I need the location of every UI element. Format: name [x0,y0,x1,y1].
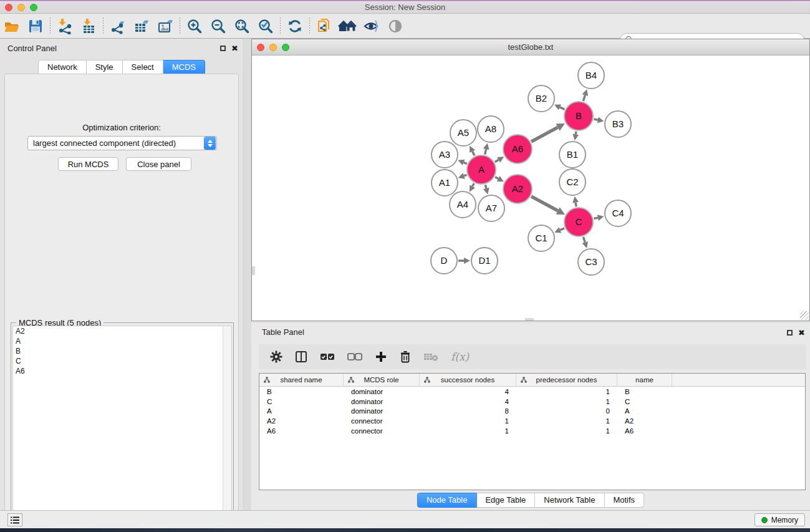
tab-motifs[interactable]: Motifs [604,493,644,508]
save-session-button[interactable] [24,16,47,37]
graph-node-B[interactable]: B [564,102,593,130]
network-minimize-button[interactable] [269,44,277,51]
zoom-selected-button[interactable] [254,16,277,37]
graph-node-A[interactable]: A [467,155,496,184]
edge-A-A4[interactable] [473,183,475,186]
close-panel-icon[interactable]: ✖ [798,329,805,337]
edge-A-A3[interactable] [464,162,467,163]
table-row[interactable]: Cdominator41C [259,397,805,407]
graph-node-A3[interactable]: A3 [432,142,458,168]
hide-panels-button[interactable] [360,16,383,37]
graph-node-C1[interactable]: C1 [528,225,554,251]
result-item[interactable]: B [13,346,231,356]
add-column-button[interactable] [375,351,387,363]
graph-node-B1[interactable]: B1 [559,142,586,168]
node-table[interactable]: shared nameMCDS rolesuccessor nodesprede… [259,373,806,490]
table-settings-button[interactable] [270,351,282,363]
table-row[interactable]: Adominator80A [259,407,805,417]
export-table-button[interactable] [130,16,153,37]
edge-A2-C[interactable] [531,196,558,211]
edge-A-A2[interactable] [495,177,498,179]
graph-node-A8[interactable]: A8 [478,116,504,142]
export-network-button[interactable] [106,16,130,37]
network-window-titlebar[interactable]: testGlobe.txt [252,39,809,56]
edge-A-A5[interactable] [473,152,475,156]
deselect-all-button[interactable] [347,352,362,361]
edge-C-C1[interactable] [560,228,564,230]
graph-node-C3[interactable]: C3 [578,249,604,275]
graph-node-D[interactable]: D [431,248,457,274]
toggle-columns-button[interactable] [295,351,307,363]
open-session-button[interactable] [0,16,24,37]
network-maximize-button[interactable] [282,44,289,51]
graph-node-D1[interactable]: D1 [471,248,498,274]
edge-A-A1[interactable] [464,175,466,176]
result-item[interactable]: A6 [13,366,231,376]
edge-A6-B[interactable] [531,127,558,142]
refresh-button[interactable] [283,16,307,37]
column-header-shared-name[interactable]: shared name [259,374,344,386]
edge-C-C2[interactable] [576,203,576,207]
result-list-scrollbar[interactable] [223,326,231,530]
tab-select[interactable]: Select [123,60,163,75]
tab-style[interactable]: Style [87,60,123,75]
mcds-result-list[interactable]: A2ABCA6 [12,326,232,531]
edge-C-C3[interactable] [583,237,585,243]
edge-A-A8[interactable] [485,149,486,154]
minimize-window-button[interactable] [17,4,25,11]
edge-B-B4[interactable] [583,95,585,102]
graph-node-A4[interactable]: A4 [450,191,476,218]
graph-node-C[interactable]: C [564,208,593,236]
maximize-window-button[interactable] [30,4,37,11]
table-row[interactable]: A2connector11A2 [259,416,805,426]
tab-mcds[interactable]: MCDS [163,60,205,75]
float-panel-icon[interactable] [787,330,793,336]
tab-node-table[interactable]: Node Table [417,493,477,508]
graph-node-C2[interactable]: C2 [559,169,586,195]
graph-node-A6[interactable]: A6 [503,135,532,163]
delete-column-button[interactable] [400,351,411,363]
graph-node-B2[interactable]: B2 [528,85,554,112]
close-window-button[interactable] [5,4,12,11]
show-panels-button[interactable] [383,16,407,37]
column-header-successor-nodes[interactable]: successor nodes [420,374,516,386]
column-header-name[interactable]: name [617,374,672,386]
resize-grip[interactable] [800,311,809,320]
criterion-select[interactable]: largest connected component (directed) [27,136,217,150]
graph-node-B3[interactable]: B3 [605,111,631,137]
column-header-predecessor-nodes[interactable]: predecessor nodes [516,374,617,386]
column-header-mcds-role[interactable]: MCDS role [344,374,420,386]
zoom-in-button[interactable] [183,16,206,37]
result-item[interactable]: A2 [13,326,231,336]
edge-B-B2[interactable] [560,107,564,109]
graph-node-B4[interactable]: B4 [578,62,604,89]
graph-node-A7[interactable]: A7 [478,195,504,221]
tab-edge-table[interactable]: Edge Table [476,493,535,508]
canvas-hscroll-thumb[interactable] [525,318,534,321]
memory-button[interactable]: Memory [755,513,805,526]
result-item[interactable]: A [13,336,231,346]
zoom-out-button[interactable] [206,16,230,37]
graph-node-A5[interactable]: A5 [450,120,476,146]
edge-B-B3[interactable] [594,119,597,120]
run-mcds-button[interactable]: Run MCDS [58,157,118,171]
task-history-button[interactable] [7,513,22,526]
result-item[interactable]: C [13,356,231,366]
import-table-button[interactable] [77,16,100,37]
tab-network-table[interactable]: Network Table [535,493,604,508]
export-image-button[interactable] [153,16,177,37]
import-network-button[interactable] [53,16,77,37]
float-panel-icon[interactable] [220,46,226,51]
graph-node-A2[interactable]: A2 [503,175,532,203]
graph-node-C4[interactable]: C4 [605,200,631,226]
tab-network[interactable]: Network [38,60,87,75]
select-all-button[interactable] [320,352,335,361]
home-button[interactable] [336,16,360,37]
table-row[interactable]: Bdominator41B [259,387,805,397]
network-close-button[interactable] [257,44,264,51]
table-row[interactable]: A6connector11A6 [259,426,805,436]
edge-A-A7[interactable] [485,185,486,188]
network-canvas[interactable]: AA1A2A3A4A5A6A7A8BB1B2B3B4CC1C2C3C4DD1 [252,56,809,321]
graph-node-A1[interactable]: A1 [432,170,458,196]
edge-C-C4[interactable] [594,218,597,218]
